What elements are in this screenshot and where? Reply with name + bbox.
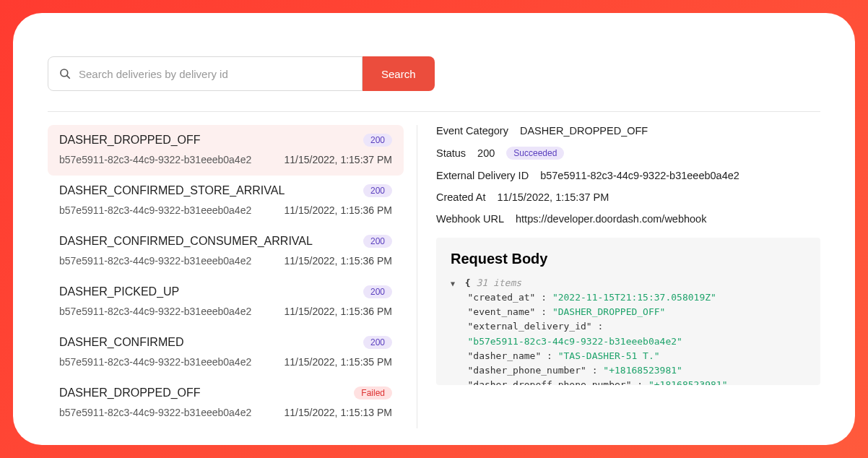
json-value: "+18168523981" — [648, 379, 728, 385]
app-window: Search DASHER_DROPPED_OFF200b57e5911-82c… — [13, 13, 855, 445]
json-value: "DASHER_DROPPED_OFF" — [552, 306, 666, 317]
meta-value: https://developer.doordash.com/webhook — [516, 213, 706, 225]
status-badge: 200 — [363, 336, 392, 349]
json-key: "created_at" — [467, 292, 535, 303]
event-id: b57e5911-82c3-44c9-9322-b31eeeb0a4e2 — [59, 356, 251, 368]
meta-label: External Delivery ID — [436, 170, 529, 181]
event-item[interactable]: DASHER_PICKED_UP200b57e5911-82c3-44c9-93… — [48, 277, 404, 327]
json-key: "dasher_name" — [467, 350, 541, 361]
event-name: DASHER_PICKED_UP — [59, 285, 179, 298]
svg-point-0 — [61, 69, 68, 77]
event-time: 11/15/2022, 1:15:36 PM — [285, 255, 392, 267]
event-id: b57e5911-82c3-44c9-9322-b31eeeb0a4e2 — [59, 306, 251, 317]
status-badge: Succeeded — [506, 147, 564, 160]
json-value: "b57e5911-82c3-44c9-9322-b31eeeb0a4e2" — [467, 336, 682, 347]
event-item[interactable]: DASHER_CONFIRMED_CONSUMER_ARRIVAL200b57e… — [48, 226, 404, 277]
meta-value: 11/15/2022, 1:15:37 PM — [498, 191, 609, 203]
status-badge: Failed — [354, 386, 392, 399]
event-name: DASHER_DROPPED_OFF — [59, 134, 201, 147]
meta-label: Event Category — [436, 125, 508, 137]
meta-webhook-url: Webhook URL https://developer.doordash.c… — [436, 213, 820, 225]
json-viewer: ▼ { 31 items "created_at" : "2022-11-15T… — [451, 276, 806, 385]
meta-value: DASHER_DROPPED_OFF — [520, 125, 648, 137]
meta-external-id: External Delivery ID b57e5911-82c3-44c9-… — [436, 170, 820, 181]
event-time: 11/15/2022, 1:15:13 PM — [285, 407, 392, 418]
main-columns: DASHER_DROPPED_OFF200b57e5911-82c3-44c9-… — [48, 125, 820, 428]
json-key: "external_delivery_id" — [467, 321, 591, 332]
event-id: b57e5911-82c3-44c9-9322-b31eeeb0a4e2 — [59, 154, 251, 165]
event-item[interactable]: DASHER_DROPPED_OFF200b57e5911-82c3-44c9-… — [48, 125, 404, 176]
search-row: Search — [48, 56, 820, 91]
event-name: DASHER_CONFIRMED_CONSUMER_ARRIVAL — [59, 235, 313, 248]
json-value: "+18168523981" — [603, 365, 682, 376]
meta-status: Status 200 Succeeded — [436, 147, 820, 160]
json-key: "dasher_phone_number" — [467, 365, 586, 376]
json-key: "event_name" — [467, 306, 535, 317]
status-badge: 200 — [363, 285, 392, 298]
meta-label: Webhook URL — [436, 213, 504, 225]
divider — [48, 111, 820, 112]
event-detail: Event Category DASHER_DROPPED_OFF Status… — [417, 125, 820, 428]
events-list: DASHER_DROPPED_OFF200b57e5911-82c3-44c9-… — [48, 125, 417, 428]
meta-event-category: Event Category DASHER_DROPPED_OFF — [436, 125, 820, 137]
meta-label: Created At — [436, 191, 486, 203]
event-item[interactable]: DASHER_DROPPED_OFFFailedb57e5911-82c3-44… — [48, 378, 404, 428]
status-badge: 200 — [363, 184, 392, 197]
event-name: DASHER_CONFIRMED_STORE_ARRIVAL — [59, 184, 285, 197]
event-id: b57e5911-82c3-44c9-9322-b31eeeb0a4e2 — [59, 204, 251, 216]
meta-label: Status — [436, 147, 466, 159]
json-value: "TAS-DASHER-51 T." — [558, 350, 660, 361]
chevron-down-icon[interactable]: ▼ — [451, 278, 459, 290]
json-value: "2022-11-15T21:15:37.058019Z" — [552, 292, 716, 303]
search-input[interactable] — [79, 68, 352, 80]
meta-created-at: Created At 11/15/2022, 1:15:37 PM — [436, 191, 820, 203]
search-button[interactable]: Search — [363, 56, 435, 91]
request-body-card: Request Body ▼ { 31 items "created_at" :… — [436, 238, 820, 385]
event-time: 11/15/2022, 1:15:36 PM — [285, 204, 392, 216]
event-name: DASHER_CONFIRMED — [59, 336, 183, 349]
svg-line-1 — [67, 76, 70, 79]
json-key: "dasher_dropoff_phone_number" — [467, 379, 631, 385]
search-icon — [58, 67, 71, 80]
event-id: b57e5911-82c3-44c9-9322-b31eeeb0a4e2 — [59, 255, 251, 267]
event-name: DASHER_DROPPED_OFF — [59, 386, 201, 399]
meta-value: b57e5911-82c3-44c9-9322-b31eeeb0a4e2 — [540, 170, 739, 181]
event-time: 11/15/2022, 1:15:37 PM — [285, 154, 392, 165]
event-time: 11/15/2022, 1:15:35 PM — [285, 356, 392, 368]
request-body-title: Request Body — [451, 251, 806, 267]
search-input-wrap — [48, 56, 363, 91]
status-badge: 200 — [363, 134, 392, 147]
status-badge: 200 — [363, 235, 392, 248]
json-items-count: 31 items — [476, 277, 521, 288]
meta-value: 200 — [477, 147, 495, 159]
event-time: 11/15/2022, 1:15:36 PM — [285, 306, 392, 317]
event-item[interactable]: DASHER_CONFIRMED_STORE_ARRIVAL200b57e591… — [48, 176, 404, 226]
event-item[interactable]: DASHER_CONFIRMED200b57e5911-82c3-44c9-93… — [48, 327, 404, 378]
event-id: b57e5911-82c3-44c9-9322-b31eeeb0a4e2 — [59, 407, 251, 418]
